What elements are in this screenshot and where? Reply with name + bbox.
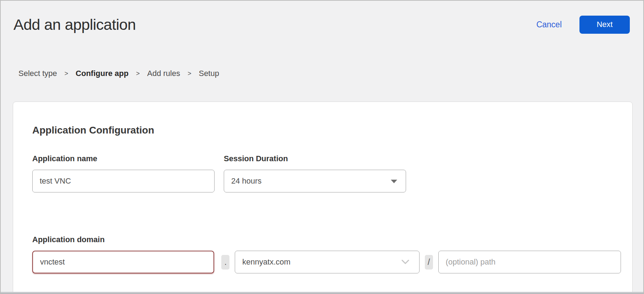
session-duration-label: Session Duration (224, 154, 406, 163)
card-content: Application Configuration Application na… (13, 102, 632, 273)
session-duration-select[interactable]: 24 hours (224, 170, 406, 192)
domain-select[interactable]: kennyatx.com (235, 251, 419, 273)
application-domain-section: Application domain . kennyatx.com / (32, 235, 621, 273)
breadcrumb-step-add-rules[interactable]: Add rules (147, 69, 180, 78)
cancel-button[interactable]: Cancel (536, 20, 562, 29)
breadcrumb-separator: > (65, 70, 68, 77)
breadcrumb-step-select-type[interactable]: Select type (18, 69, 57, 78)
slash-separator: / (425, 255, 433, 270)
application-configuration-card: Application Configuration Application na… (13, 102, 633, 294)
next-button[interactable]: Next (579, 16, 630, 34)
screenshot-bottom-edge (1, 292, 643, 294)
session-duration-field-group: Session Duration 24 hours (224, 154, 406, 192)
application-domain-row: . kennyatx.com / (32, 251, 621, 273)
dot-separator: . (221, 255, 229, 270)
chevron-down-icon (401, 260, 409, 265)
subdomain-input[interactable] (32, 251, 214, 273)
page-title: Add an application (13, 14, 136, 35)
section-heading: Application Configuration (32, 124, 621, 136)
name-and-duration-row: Application name Session Duration 24 hou… (32, 154, 621, 192)
application-name-field-group: Application name (32, 154, 215, 192)
session-duration-selected-value: 24 hours (231, 176, 262, 186)
application-name-label: Application name (32, 154, 215, 163)
breadcrumb-step-configure-app[interactable]: Configure app (76, 69, 128, 78)
breadcrumb-separator: > (188, 70, 191, 77)
application-domain-label: Application domain (32, 235, 621, 244)
add-application-page: Add an application Cancel Next Select ty… (0, 0, 644, 294)
application-name-input[interactable] (32, 170, 215, 192)
path-input[interactable] (438, 251, 621, 273)
dropdown-arrow-icon (391, 180, 397, 183)
domain-selected-value: kennyatx.com (242, 257, 290, 267)
breadcrumb-step-setup[interactable]: Setup (199, 69, 219, 78)
breadcrumb: Select type > Configure app > Add rules … (18, 69, 643, 78)
breadcrumb-separator: > (136, 70, 140, 77)
header-actions: Cancel Next (536, 16, 630, 34)
page-header: Add an application Cancel Next (1, 1, 643, 35)
